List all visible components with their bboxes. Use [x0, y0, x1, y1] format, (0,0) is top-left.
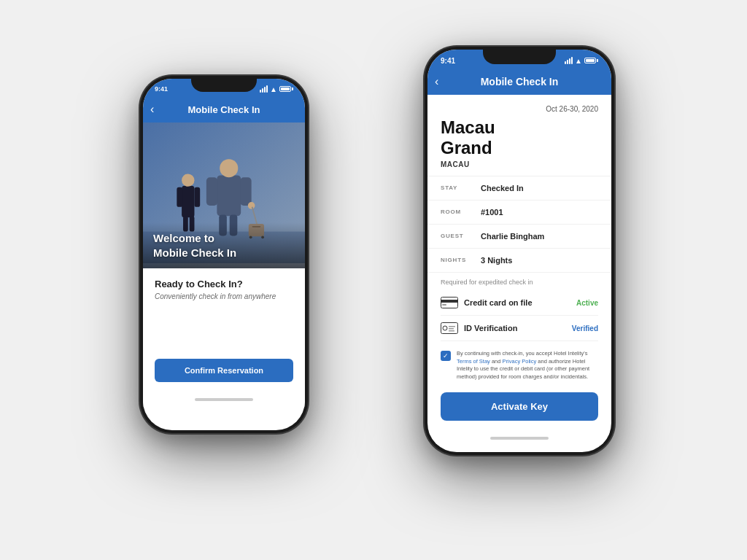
right-nav-bar: ‹ Mobile Check In [427, 69, 611, 95]
left-screen: 9:41 ▲ [143, 79, 305, 430]
required-section: Required for expedited check in Credit c… [427, 273, 611, 344]
svg-rect-8 [217, 175, 241, 216]
activate-key-button[interactable]: Activate Key [441, 392, 598, 421]
guest-label: GUEST [441, 233, 481, 239]
svg-rect-21 [441, 300, 458, 303]
left-nav-title: Mobile Check In [188, 104, 260, 115]
left-home-indicator [143, 392, 305, 407]
stay-row: STAY Checked In [427, 176, 611, 201]
credit-card-text: Credit card on file [464, 298, 576, 307]
signal-icon [260, 85, 268, 93]
credit-card-row: Credit card on file Active [441, 290, 598, 316]
privacy-policy-link[interactable]: Privacy Policy [503, 358, 537, 365]
id-card-icon [441, 322, 458, 335]
left-status-icons: ▲ [260, 85, 293, 93]
welcome-text: Welcome to Mobile Check In [153, 231, 295, 260]
stay-value: Checked In [481, 184, 524, 192]
left-back-button[interactable]: ‹ [150, 103, 154, 116]
booking-dates: Oct 26-30, 2020 [441, 105, 598, 113]
svg-rect-5 [194, 187, 200, 207]
svg-point-3 [182, 174, 194, 186]
left-body: Ready to Check In? Conveniently check in… [143, 268, 305, 392]
right-status-icons: ▲ [565, 57, 598, 65]
id-verification-status: Verified [572, 324, 598, 332]
required-label: Required for expedited check in [441, 279, 598, 286]
right-signal-icon [565, 57, 573, 64]
room-label: ROOM [441, 209, 481, 215]
phones-container: 9:41 ▲ [118, 18, 629, 542]
svg-rect-10 [206, 177, 217, 206]
checkmark-icon: ✓ [443, 352, 449, 359]
guest-value: Charlie Bingham [481, 232, 544, 241]
left-notch [191, 76, 257, 92]
left-nav-bar: ‹ Mobile Check In [143, 96, 305, 122]
battery-icon [279, 86, 293, 92]
right-wifi-icon: ▲ [575, 57, 582, 65]
ready-title: Ready to Check In? [155, 279, 293, 289]
svg-point-9 [220, 159, 238, 177]
hotel-image: Welcome to Mobile Check In [143, 122, 305, 268]
hotel-location: MACAU [441, 160, 598, 168]
id-verification-text: ID Verification [464, 324, 572, 332]
credit-card-icon [441, 296, 458, 309]
right-back-button[interactable]: ‹ [435, 75, 438, 88]
nights-value: 3 Nights [481, 256, 512, 265]
right-nav-title: Mobile Check In [481, 76, 559, 88]
nights-label: NIGHTS [441, 257, 481, 263]
svg-rect-11 [240, 177, 251, 206]
svg-point-24 [443, 326, 447, 330]
svg-rect-2 [182, 186, 194, 217]
svg-rect-27 [449, 330, 454, 332]
checkin-subtitle: Conveniently check in from anywhere [155, 292, 293, 300]
svg-rect-26 [449, 328, 454, 330]
svg-rect-22 [442, 304, 446, 306]
hotel-name: Macau Grand [441, 117, 598, 158]
svg-rect-25 [449, 326, 455, 327]
room-row: ROOM #1001 [427, 201, 611, 225]
right-time: 9:41 [441, 57, 455, 65]
right-notch [483, 47, 556, 64]
nights-row: NIGHTS 3 Nights [427, 249, 611, 273]
activate-btn-container: Activate Key [427, 386, 611, 431]
stay-label: STAY [441, 184, 481, 191]
id-verification-row: ID Verification Verified [441, 316, 598, 341]
svg-point-14 [248, 202, 255, 209]
terms-of-stay-link[interactable]: Terms of Stay [457, 358, 490, 365]
phone-right: 9:41 ▲ [425, 47, 614, 455]
terms-checkbox[interactable]: ✓ [441, 351, 451, 361]
right-home-indicator [427, 431, 611, 446]
terms-row: ✓ By continuing with check-in, you accep… [427, 344, 611, 386]
terms-text: By continuing with check-in, you accept … [457, 350, 598, 381]
guest-row: GUEST Charlie Bingham [427, 225, 611, 249]
confirm-reservation-button[interactable]: Confirm Reservation [155, 359, 293, 382]
room-value: #1001 [481, 208, 503, 217]
hotel-image-overlay: Welcome to Mobile Check In [143, 222, 305, 268]
wifi-icon: ▲ [270, 85, 277, 93]
svg-rect-4 [177, 187, 182, 207]
right-screen: 9:41 ▲ [427, 50, 611, 452]
credit-card-status: Active [576, 299, 598, 307]
right-battery-icon [584, 58, 598, 63]
booking-header: Oct 26-30, 2020 Macau Grand MACAU [427, 95, 611, 176]
left-time: 9:41 [155, 85, 168, 93]
phone-left: 9:41 ▲ [140, 76, 308, 433]
